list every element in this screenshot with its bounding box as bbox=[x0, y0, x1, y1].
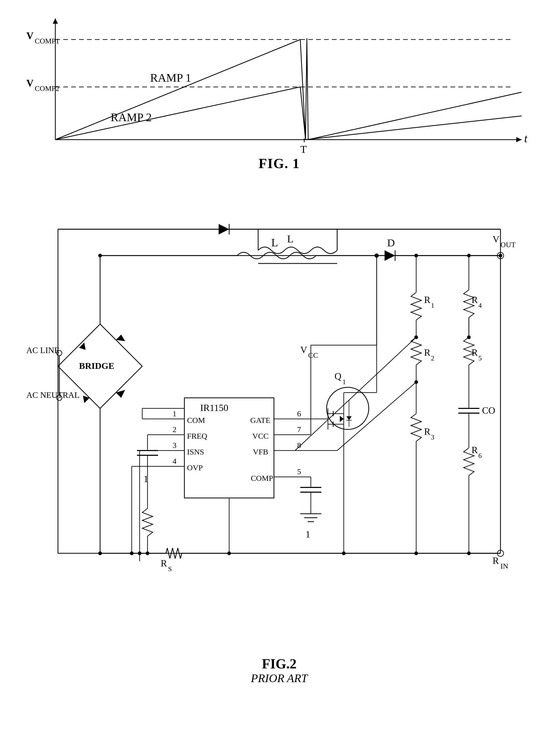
ic-name: IR1150 bbox=[200, 402, 228, 413]
svg-marker-2 bbox=[516, 137, 522, 142]
d-label: D bbox=[387, 237, 395, 249]
rs-label: R bbox=[161, 558, 167, 569]
svg-point-102 bbox=[467, 335, 471, 339]
co-label: CO bbox=[482, 405, 495, 416]
pin-vfb-label: VFB bbox=[253, 448, 268, 456]
bottom-1-label: 1 bbox=[143, 474, 148, 484]
svg-marker-21 bbox=[219, 224, 229, 235]
fig2-container: L bbox=[21, 198, 537, 698]
t-marker: T bbox=[300, 143, 306, 155]
r4-sub: 4 bbox=[478, 302, 482, 309]
svg-point-104 bbox=[414, 254, 418, 257]
prior-art-text: PRIOR ART bbox=[251, 672, 308, 685]
svg-point-145 bbox=[414, 380, 418, 384]
r2-sub: 2 bbox=[431, 354, 434, 362]
ramp1-label: RAMP 1 bbox=[150, 72, 191, 84]
svg-point-137 bbox=[98, 254, 102, 257]
svg-line-11 bbox=[308, 92, 522, 140]
pin-freq-label: FREQ bbox=[187, 432, 207, 440]
fig2-label: FIG.2 PRIOR ART bbox=[251, 656, 308, 685]
ground-1-label: 1 bbox=[305, 529, 310, 540]
svg-line-32 bbox=[68, 324, 100, 356]
svg-line-12 bbox=[55, 87, 300, 140]
svg-point-142 bbox=[227, 552, 231, 555]
ac-line-label: AC LINE bbox=[26, 345, 59, 355]
r3-sub: 3 bbox=[431, 433, 434, 441]
vcc-label: V bbox=[300, 344, 307, 355]
svg-text:V: V bbox=[26, 30, 34, 41]
pin-isns-label: ISNS bbox=[187, 448, 204, 456]
svg-point-148 bbox=[375, 254, 379, 257]
svg-line-10 bbox=[55, 40, 300, 140]
bridge-label: BRIDGE bbox=[79, 361, 114, 371]
vcc-sub: CC bbox=[308, 351, 318, 359]
svg-line-14 bbox=[305, 116, 522, 140]
pin-comp-label: COMP bbox=[251, 474, 273, 482]
rin-sub: IN bbox=[500, 562, 508, 570]
ramp2-label: RAMP 2 bbox=[111, 111, 152, 124]
l-label2: L bbox=[271, 237, 278, 249]
r6-sub: 6 bbox=[478, 452, 482, 459]
pin7-num: 7 bbox=[297, 425, 301, 434]
svg-marker-3 bbox=[53, 18, 58, 24]
fig1-container: V COMP1 V COMP2 RAMP 1 RAMP 2 bbox=[21, 11, 537, 174]
q1-label: Q bbox=[335, 371, 341, 381]
svg-marker-73 bbox=[346, 416, 352, 420]
pin5-num: 5 bbox=[297, 467, 301, 476]
pin6-num: 6 bbox=[297, 409, 301, 418]
svg-point-136 bbox=[98, 552, 102, 555]
fig1-label: FIG. 1 bbox=[259, 156, 300, 171]
vout-sub: OUT bbox=[500, 241, 516, 249]
svg-marker-42 bbox=[384, 250, 395, 261]
pin3-num: 3 bbox=[173, 441, 177, 450]
rin-label: R bbox=[493, 555, 499, 566]
ac-neutral-label: AC NEUTRAL bbox=[26, 390, 80, 400]
pin1-num: 1 bbox=[173, 409, 177, 418]
svg-marker-69 bbox=[340, 416, 344, 422]
r1-label: R bbox=[424, 295, 431, 305]
pin-com-label: COM bbox=[187, 416, 205, 424]
r2-label: R bbox=[424, 347, 431, 358]
svg-point-139 bbox=[342, 552, 345, 555]
svg-text:COMP2: COMP2 bbox=[35, 84, 59, 93]
svg-text:COMP1: COMP1 bbox=[35, 37, 59, 45]
pin4-num: 4 bbox=[173, 457, 177, 465]
r1-sub: 1 bbox=[431, 302, 434, 309]
pin2-num: 2 bbox=[173, 425, 177, 434]
r6-label: R bbox=[472, 445, 478, 455]
r4-label: R bbox=[472, 295, 478, 305]
page: V COMP1 V COMP2 RAMP 1 RAMP 2 bbox=[0, 0, 560, 753]
q1-sub: 1 bbox=[342, 378, 346, 386]
fig1-svg: V COMP1 V COMP2 RAMP 1 RAMP 2 bbox=[21, 11, 537, 161]
fig2-svg: L bbox=[21, 198, 537, 677]
svg-marker-29 bbox=[116, 335, 125, 341]
r5-sub: 5 bbox=[478, 354, 482, 362]
svg-text:V: V bbox=[26, 77, 34, 88]
pin-gate-label: GATE bbox=[250, 416, 271, 424]
pin-ovp-label: OVP bbox=[187, 463, 203, 472]
fig2-num: FIG.2 bbox=[251, 656, 308, 672]
vout-label: V bbox=[493, 234, 499, 244]
l-label: L bbox=[287, 233, 294, 245]
rs-sub: S bbox=[168, 565, 172, 573]
svg-point-99 bbox=[499, 254, 502, 257]
r3-label: R bbox=[424, 426, 431, 437]
time-axis-label: t bbox=[524, 132, 528, 145]
pin-vcc-label: VCC bbox=[252, 432, 269, 440]
